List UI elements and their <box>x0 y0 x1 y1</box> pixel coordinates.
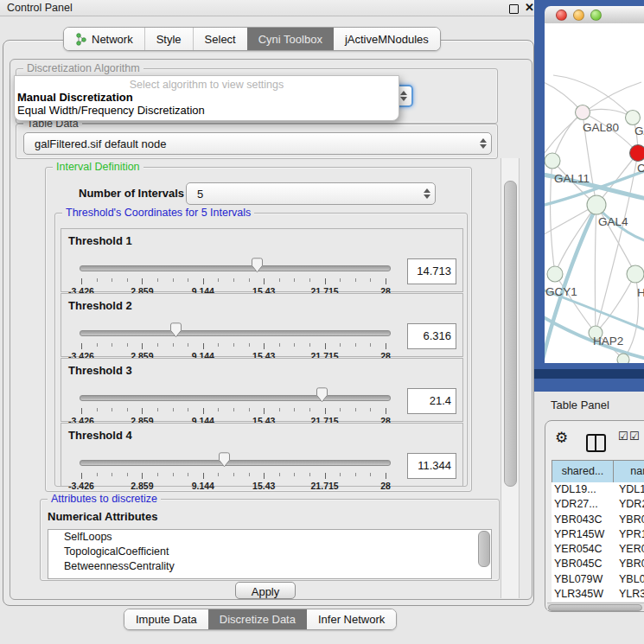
table-hscrollbar-thumb[interactable] <box>548 604 642 611</box>
zoom-traffic-light[interactable] <box>590 10 602 21</box>
slider-track[interactable] <box>80 395 391 401</box>
table-hscrollbar-track[interactable] <box>547 603 644 610</box>
tab-discretize-data[interactable]: Discretize Data <box>208 609 307 629</box>
slider-tick <box>112 473 112 476</box>
popup-item-equal-width[interactable]: Equal Width/Frequency Discretization <box>17 104 205 117</box>
cell-name: YLR3 <box>615 587 644 602</box>
slider-tick <box>97 343 98 347</box>
slider-tick <box>264 408 265 414</box>
slider-tick <box>309 408 310 411</box>
tab-style[interactable]: Style <box>144 28 193 50</box>
column-header-shared[interactable]: shared... <box>552 461 614 482</box>
threshold-slider[interactable]: -3.4262.8599.14415.4321.71528 <box>81 387 386 418</box>
checkbox-icon[interactable]: ☑ <box>629 430 640 443</box>
top-tabstrip: Network Style Select Cyni Toolbox jActiv… <box>63 27 441 51</box>
network-edge[interactable] <box>623 274 638 360</box>
gear-icon[interactable]: ⚙ <box>555 429 568 446</box>
node-gal80[interactable] <box>576 105 590 120</box>
threshold-label: Threshold 4 <box>68 429 132 442</box>
slider-tick <box>309 278 310 282</box>
slider-track[interactable] <box>80 265 391 271</box>
table-row[interactable]: YER054CYER0 <box>552 542 644 557</box>
slider-tick <box>203 278 204 284</box>
network-edge[interactable] <box>595 205 596 333</box>
node-gcy1[interactable] <box>547 266 563 282</box>
tab-network-label: Network <box>92 33 133 46</box>
slider-thumb[interactable] <box>169 322 182 338</box>
threshold-slider[interactable]: -3.4262.8599.14415.4321.71528 <box>81 452 386 483</box>
network-edge[interactable] <box>555 205 596 274</box>
slider-track[interactable] <box>80 330 391 336</box>
node-red[interactable] <box>630 145 644 162</box>
slider-tick <box>203 343 204 349</box>
table-row[interactable]: YLR345WYLR3 <box>552 587 644 602</box>
checkbox-icon[interactable]: ☑ <box>618 430 628 443</box>
network-canvas[interactable]: GAL80GACGAL11GAL4GCY1HHAP2 <box>545 23 644 363</box>
slider-tick <box>325 278 326 284</box>
number-of-intervals-combobox[interactable]: 5 <box>186 182 436 205</box>
slider-thumb[interactable] <box>218 452 231 468</box>
slider-tick <box>233 408 234 411</box>
network-edge[interactable] <box>553 75 633 118</box>
table-row[interactable]: YBR045CYBR0 <box>552 557 644 571</box>
slider-tick <box>249 278 250 282</box>
panel-scrollbar-thumb[interactable] <box>504 181 517 487</box>
threshold-value-field[interactable]: 6.316 <box>407 323 456 349</box>
attribute-list-item[interactable]: SelfLoops <box>48 530 491 545</box>
float-window-icon[interactable] <box>509 4 519 14</box>
close-traffic-light[interactable] <box>556 10 567 21</box>
table-row[interactable]: YBR043CYBR0 <box>552 513 644 527</box>
panel-scrollbar-track[interactable] <box>501 158 520 598</box>
tab-network[interactable]: Network <box>64 28 144 50</box>
column-header-name[interactable]: name <box>614 461 644 482</box>
slider-tick <box>188 408 188 411</box>
node-gal4[interactable] <box>587 195 606 214</box>
minimize-traffic-light[interactable] <box>573 10 584 21</box>
column-layout-icon[interactable] <box>586 434 606 452</box>
attribute-list-item[interactable]: TopologicalCoefficient <box>48 545 491 559</box>
slider-scale-label: 2.859 <box>131 481 153 491</box>
slider-tick <box>249 343 250 347</box>
apply-button[interactable]: Apply <box>235 582 296 599</box>
threshold-value-field[interactable]: 21.4 <box>407 388 456 414</box>
threshold-slider[interactable]: -3.4262.8599.14415.4321.71528 <box>81 258 386 289</box>
node-h[interactable] <box>627 265 644 283</box>
node-bottom[interactable] <box>617 354 629 363</box>
slider-tick <box>325 343 326 349</box>
slider-thumb[interactable] <box>316 387 328 403</box>
attribute-list-item[interactable]: BetweennessCentrality <box>48 559 491 574</box>
slider-track[interactable] <box>80 460 391 466</box>
network-window-titlebar[interactable] <box>545 6 644 24</box>
attributes-list-scrollbar[interactable] <box>478 531 490 567</box>
table-row[interactable]: YDR27...YDR2 <box>552 497 644 512</box>
slider-thumb[interactable] <box>251 258 264 273</box>
table-row[interactable]: YDL19...YDL1 <box>552 482 644 497</box>
window-frame-band <box>534 369 644 379</box>
cell-shared-name: YLR345W <box>552 587 615 602</box>
table-row[interactable]: YPR145WYPR1 <box>552 527 644 542</box>
popup-item-manual[interactable]: Manual Discretization <box>17 91 133 104</box>
tab-cyni-toolbox[interactable]: Cyni Toolbox <box>247 28 334 50</box>
node-top[interactable] <box>626 111 641 125</box>
tab-select[interactable]: Select <box>193 28 247 50</box>
network-edge[interactable] <box>552 112 583 161</box>
tab-infer-network[interactable]: Infer Network <box>307 609 396 629</box>
slider-tick <box>370 343 371 347</box>
tab-impute-data[interactable]: Impute Data <box>124 609 208 629</box>
threshold-row: Threshold 4-3.4262.8599.14415.4321.71528… <box>61 423 463 487</box>
numerical-attributes-list[interactable]: SelfLoopsTopologicalCoefficientBetweenne… <box>48 529 492 579</box>
cell-shared-name: YBR045C <box>552 557 615 571</box>
attributes-group-title: Attributes to discretize <box>48 493 161 505</box>
slider-tick <box>97 408 98 411</box>
table-data-combobox[interactable]: galFiltered.sif default node <box>23 132 492 155</box>
close-icon[interactable]: ✕ <box>525 1 534 14</box>
table-row[interactable]: YBL079WYBL0 <box>552 572 644 587</box>
threshold-value-field[interactable]: 11.344 <box>407 453 456 479</box>
slider-tick <box>386 343 386 349</box>
table-panel: Table Panel ⚙ ☑ ☑ shared... name YDL19..… <box>534 392 644 644</box>
slider-tick <box>112 408 112 411</box>
node-gal11[interactable] <box>545 153 560 169</box>
tab-jactivemnodules[interactable]: jActiveMNodules <box>334 28 440 50</box>
threshold-slider[interactable]: -3.4262.8599.14415.4321.71528 <box>81 322 386 354</box>
threshold-value-field[interactable]: 14.713 <box>407 258 456 284</box>
